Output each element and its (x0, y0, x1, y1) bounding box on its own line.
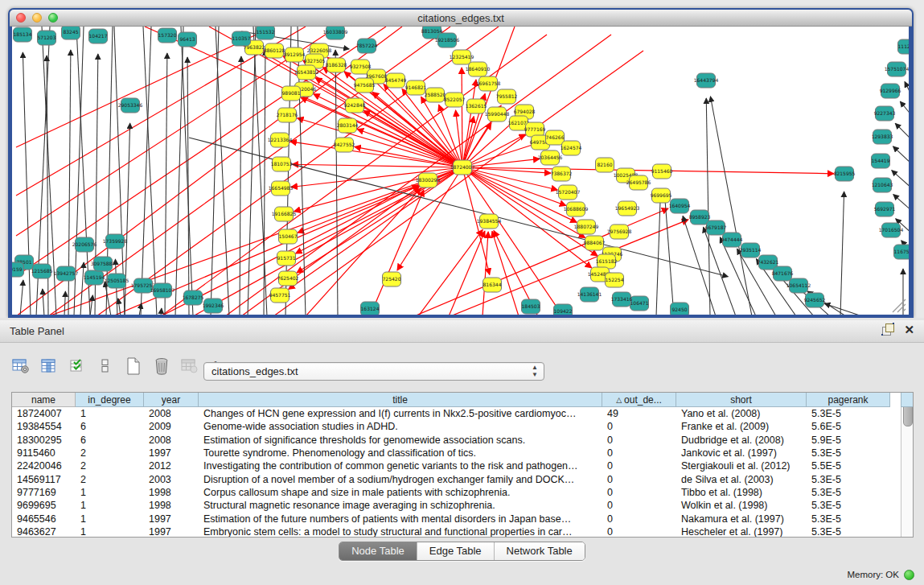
table-cell[interactable]: 5.3E-5 (807, 487, 890, 498)
graph-node[interactable]: 915731 (277, 251, 296, 266)
graph-node[interactable]: 746266 (546, 130, 565, 145)
graph-node[interactable]: 2588520 (425, 88, 446, 102)
table-cell[interactable]: 2 (76, 447, 144, 459)
graph-node[interactable]: 83245 (62, 27, 80, 39)
graph-node[interactable]: 19166825 (272, 207, 297, 221)
table-cell[interactable]: 1 (76, 408, 144, 419)
table-cell[interactable]: 5.3E-5 (807, 447, 890, 459)
table-cell[interactable]: Tibbo et al. (1998) (676, 487, 807, 498)
table-row[interactable]: 2242004622012Investigating the contribut… (12, 459, 901, 472)
graph-node[interactable]: 15751074 (885, 62, 909, 76)
graph-node[interactable]: 16543812 (294, 65, 319, 80)
graph-node[interactable]: 19218506 (435, 33, 460, 47)
column-header-short[interactable]: short (676, 393, 807, 407)
graph-node[interactable]: 18640910 (466, 62, 491, 76)
graph-node[interactable]: 8860128 (264, 43, 285, 58)
graph-node[interactable]: 19654923 (615, 201, 640, 216)
graph-node[interactable]: 79756928 (607, 225, 632, 239)
graph-node[interactable]: 9474444 (721, 233, 743, 247)
table-cell[interactable]: 0 (602, 460, 676, 472)
graph-node[interactable]: 725420 (383, 272, 401, 286)
table-row[interactable]: 1830029562008Estimation of significance … (12, 434, 901, 447)
table-cell[interactable]: 0 (602, 500, 676, 511)
table-cell[interactable]: 0 (602, 474, 676, 485)
table-cell[interactable]: 1997 (144, 513, 199, 525)
graph-node[interactable]: 1992346 (203, 299, 224, 313)
tab-edge-table[interactable]: Edge Table (417, 542, 494, 560)
table-cell[interactable]: 1 (76, 513, 144, 525)
table-cell[interactable]: 5.3E-5 (807, 500, 890, 511)
table-cell[interactable]: 1 (76, 526, 144, 538)
table-row[interactable]: 969969511998Structural magnetic resonanc… (12, 499, 901, 512)
table-cell[interactable]: 6 (76, 421, 144, 432)
table-row[interactable]: 1872400712008Changes of HCN gene express… (12, 407, 901, 420)
graph-node[interactable]: 150467 (279, 229, 298, 244)
table-cell[interactable]: de Silva et al. (2003) (676, 474, 807, 485)
graph-node[interactable]: 8427552 (334, 138, 355, 152)
graph-node[interactable]: 106471 (630, 296, 649, 311)
table-cell[interactable]: 0 (602, 421, 676, 432)
table-row[interactable]: 1938455462009Genome-wide association stu… (12, 420, 901, 433)
table-cell[interactable]: 5.5E-5 (807, 460, 890, 472)
table-cell[interactable]: 2003 (144, 474, 199, 485)
graph-node[interactable]: 8454749 (385, 73, 407, 88)
table-cell[interactable]: 2009 (144, 421, 199, 432)
table-cell[interactable]: Estimation of significance thresholds fo… (199, 435, 602, 446)
float-panel-icon[interactable] (882, 323, 894, 336)
table-cell[interactable]: 2008 (144, 435, 199, 446)
table-cell[interactable]: 0 (602, 526, 676, 538)
graph-node[interactable]: 7625402 (277, 271, 299, 286)
table-row[interactable]: 946362711997Embryonic stem cells: a mode… (12, 525, 901, 538)
column-header-name[interactable]: name (12, 393, 76, 407)
graph-node[interactable]: 151532 (257, 27, 275, 39)
table-cell[interactable]: 5.9E-5 (807, 435, 890, 446)
table-cell[interactable]: 9699695 (12, 500, 76, 511)
graph-node[interactable]: 1210643 (872, 178, 893, 192)
graph-node[interactable]: 7955812 (496, 89, 518, 104)
table-cell[interactable]: 22420046 (12, 460, 76, 472)
graph-node[interactable]: 16958107 (150, 283, 175, 298)
graph-node[interactable]: 152254 (606, 273, 624, 287)
graph-node[interactable]: 989081 (282, 86, 301, 101)
table-cell[interactable]: 9777169 (12, 487, 76, 498)
table-cell[interactable]: 0 (602, 435, 676, 446)
graph-node[interactable]: 12213364 (268, 133, 293, 147)
graph-node[interactable]: 16961758 (476, 76, 501, 91)
table-cell[interactable]: 2008 (144, 408, 199, 419)
column-header-out_de[interactable]: △out_de... (602, 393, 676, 407)
table-cell[interactable]: Changes of HCN gene expression and I(f) … (199, 408, 602, 419)
table-cell[interactable]: 2 (76, 460, 144, 472)
table-cell[interactable]: 18300295 (12, 435, 76, 446)
table-cell[interactable]: 0 (602, 447, 676, 459)
graph-node[interactable]: 30975887 (91, 257, 116, 271)
table-cell[interactable]: 1998 (144, 500, 199, 511)
graph-node[interactable]: 29053346 (118, 98, 143, 113)
graph-node[interactable]: 1733416 (611, 292, 633, 307)
graph-node[interactable]: 9115460 (651, 164, 673, 179)
table-cell[interactable]: 0 (602, 487, 676, 498)
table-cell[interactable]: Wolkin et al. (1998) (676, 500, 807, 511)
graph-node[interactable]: 18807249 (574, 220, 599, 234)
graph-node[interactable]: 9699695 (651, 188, 672, 203)
graph-node[interactable]: 9146821 (405, 80, 427, 95)
graph-node[interactable]: 8471676 (772, 266, 794, 281)
graph-node[interactable]: 1640954 (669, 199, 691, 213)
graph-node[interactable]: 16443794 (694, 73, 719, 88)
graph-node[interactable]: 2718176 (277, 108, 298, 122)
row-height-icon[interactable] (96, 356, 115, 377)
delete-table-icon[interactable] (152, 356, 171, 377)
column-header-year[interactable]: year (144, 393, 199, 407)
graph-node[interactable]: 20206576 (72, 237, 97, 252)
graph-node[interactable]: 9245652 (804, 293, 826, 307)
table-cell[interactable]: 9465546 (12, 513, 76, 525)
table-cell[interactable]: Corpus callosum shape and size in male p… (199, 487, 602, 498)
graph-node[interactable]: 184503 (522, 299, 540, 314)
graph-node[interactable]: 104217 (89, 29, 108, 43)
column-header-title[interactable]: title (199, 393, 602, 407)
table-cell[interactable]: Nakamura et al. (1997) (676, 513, 807, 525)
graph-node[interactable]: 10688609 (564, 202, 589, 216)
graph-node[interactable]: 6679187 (705, 220, 727, 235)
graph-node[interactable]: 2935114 (740, 243, 762, 257)
table-settings-icon[interactable] (11, 356, 31, 377)
graph-node[interactable]: 9475685 (354, 78, 376, 93)
